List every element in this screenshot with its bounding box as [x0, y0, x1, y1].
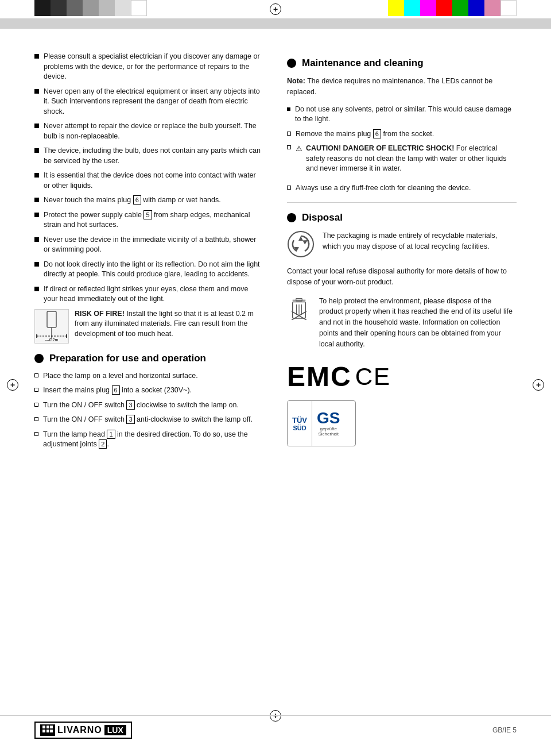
disposal-section-heading: Disposal — [287, 212, 517, 223]
fire-risk-text: RISK OF FIRE! Install the light so that … — [75, 309, 264, 340]
section-dot-icon — [287, 213, 296, 222]
swatch-blue — [468, 0, 484, 16]
box-ref: 6 — [112, 385, 120, 395]
outline-bullet-icon — [287, 145, 291, 149]
list-item: Always use a dry fluff-free cloth for cl… — [287, 183, 517, 194]
swatch-lightest — [115, 0, 131, 16]
swatch-red — [436, 0, 452, 16]
list-item: Place the lamp on a level and horizontal… — [34, 371, 264, 381]
registration-mark-left — [7, 379, 18, 391]
list-item: Never use the device in the immediate vi… — [34, 235, 264, 255]
prep-heading: Preparation for use and operation — [34, 353, 264, 364]
prep-bullet-list: Place the lamp on a level and horizontal… — [34, 371, 264, 450]
list-item: Turn the lamp head 1 in the desired dire… — [34, 430, 264, 450]
bullet-icon — [34, 124, 39, 128]
swatch-white — [131, 0, 147, 16]
swatch-green — [452, 0, 468, 16]
list-item: ⚠ CAUTION! DANGER OF ELECTRIC SHOCK! For… — [287, 144, 517, 179]
list-item: If direct or reflected light strikes you… — [34, 284, 264, 304]
swatch-cyan — [404, 0, 420, 16]
swatch-lighter — [99, 0, 115, 16]
safety-bullet-list: Please consult a specialist electrician … — [34, 52, 264, 304]
box-ref: 6 — [133, 195, 141, 205]
section-dot-icon — [287, 59, 296, 68]
gs-subtitle: geprüfteSicherheit — [318, 426, 339, 437]
box-ref: 3 — [126, 400, 134, 410]
swatch-white2 — [500, 0, 517, 16]
svg-text:---0.2m: ---0.2m — [45, 338, 59, 342]
sud-label: SÜD — [293, 425, 306, 431]
bullet-icon — [34, 213, 39, 217]
outline-bullet-icon — [34, 417, 38, 421]
maintenance-section-heading: Maintenance and cleaning — [287, 57, 517, 69]
list-item: Do not look directly into the light or i… — [34, 260, 264, 280]
list-item: It is essential that the device does not… — [34, 171, 264, 191]
swatch-mid — [67, 0, 83, 16]
page-content: Please consult a specialist electrician … — [0, 34, 551, 472]
svg-rect-15 — [42, 726, 45, 728]
right-column: Maintenance and cleaning Note: The devic… — [287, 52, 517, 454]
gs-label: GS — [317, 410, 340, 426]
recycle-icon — [287, 230, 315, 258]
swatch-yellow — [388, 0, 404, 16]
list-item: Turn the ON / OFF switch 3 anti-clockwis… — [34, 415, 264, 425]
recycle-text: The packaging is made entirely of recycl… — [323, 230, 517, 252]
right-color-bar — [388, 0, 517, 16]
emc-area: EMC CE TÜV SÜD GS geprüfteSicherheit — [287, 361, 517, 446]
bullet-icon — [34, 237, 39, 242]
tuv-label: TÜV — [292, 416, 307, 425]
section-divider — [287, 202, 517, 203]
list-item: Do not use any solvents, petrol or simil… — [287, 105, 517, 125]
recycle-block: The packaging is made entirely of recycl… — [287, 230, 517, 258]
svg-rect-20 — [50, 730, 53, 732]
brand-logo: LIVARNO LUX — [34, 722, 132, 739]
page-footer: LIVARNO LUX GB/IE 5 — [0, 715, 551, 739]
preparation-section: Preparation for use and operation Place … — [34, 353, 264, 450]
bullet-icon — [34, 198, 39, 202]
bullet-icon — [34, 173, 39, 178]
svg-point-6 — [288, 232, 313, 257]
swatch-black — [34, 0, 51, 16]
tuv-left-section: TÜV SÜD — [288, 401, 312, 446]
disposal-contact-text: Contact your local refuse disposal autho… — [287, 266, 517, 288]
left-column: Please consult a specialist electrician … — [34, 52, 264, 454]
svg-rect-17 — [42, 730, 45, 732]
bullet-icon — [34, 89, 39, 94]
list-item: Turn the ON / OFF switch 3 clockwise to … — [34, 400, 264, 411]
list-item: Please consult a specialist electrician … — [34, 52, 264, 82]
outline-bullet-icon — [34, 432, 38, 436]
color-bars — [0, 0, 551, 16]
list-item: Never open any of the electrical equipme… — [34, 87, 264, 117]
section-dot-icon — [34, 354, 44, 363]
swatch-pink — [484, 0, 500, 16]
swatch-light-gray — [83, 0, 99, 16]
tuv-right-section: GS geprüfteSicherheit — [312, 401, 344, 446]
gray-bar — [0, 18, 551, 29]
bullet-icon — [34, 54, 39, 59]
outline-bullet-icon — [287, 186, 291, 190]
list-item: Insert the mains plug 6 into a socket (2… — [34, 385, 264, 396]
emc-label: EMC — [287, 361, 352, 392]
svg-rect-0 — [47, 311, 56, 327]
lux-text: LUX — [104, 725, 126, 735]
emc-ce-label: EMC CE — [287, 361, 517, 392]
list-item: Never attempt to repair the device or re… — [34, 121, 264, 141]
triangle-icon: ⚠ — [296, 144, 302, 174]
list-item: Protect the power supply cable 5 from sh… — [34, 210, 264, 230]
bullet-icon — [34, 262, 39, 267]
box-ref: 3 — [126, 415, 134, 424]
caution-block: ⚠ CAUTION! DANGER OF ELECTRIC SHOCK! For… — [296, 144, 517, 174]
svg-rect-18 — [46, 730, 49, 732]
box-ref: 6 — [373, 129, 381, 138]
bullet-icon — [287, 107, 290, 111]
outline-bullet-icon — [34, 388, 38, 392]
box-ref: 2 — [99, 439, 107, 449]
bullet-icon — [34, 148, 39, 153]
left-color-bar — [34, 0, 147, 16]
box-ref: 1 — [107, 430, 115, 439]
outline-bullet-icon — [34, 373, 38, 377]
ce-label: CE — [355, 363, 391, 391]
list-item: The device, including the bulb, does not… — [34, 146, 264, 166]
crossed-bin-block: To help protect the environment, please … — [287, 296, 517, 350]
maintenance-title: Maintenance and cleaning — [302, 57, 424, 69]
